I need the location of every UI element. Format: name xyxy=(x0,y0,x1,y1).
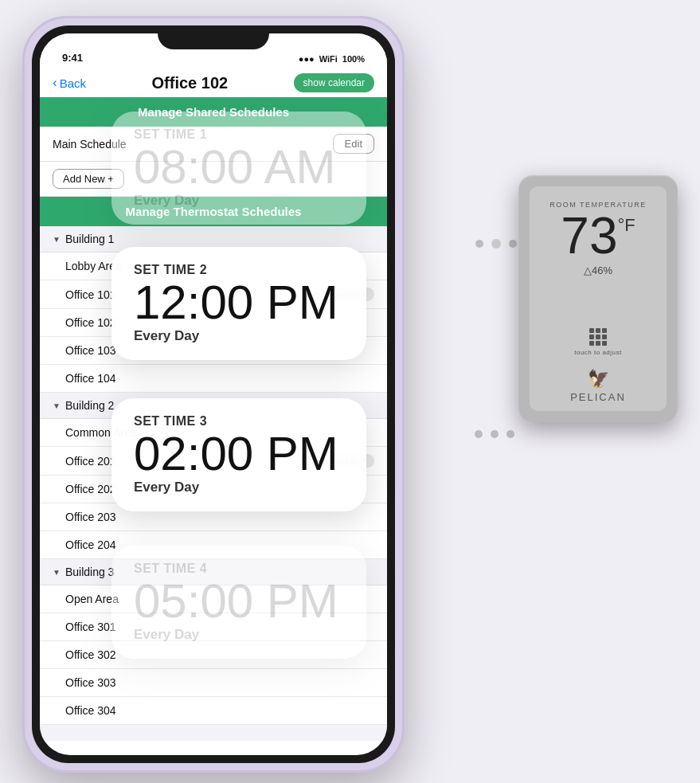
triangle-icon: ▼ xyxy=(53,401,61,410)
triangle-icon: ▼ xyxy=(53,568,61,577)
grid-dot xyxy=(602,335,607,339)
building-1-label: Building 1 xyxy=(65,233,115,245)
status-time: 9:41 xyxy=(62,52,83,64)
building-2-label: Building 2 xyxy=(65,399,115,412)
room-label: Office 302 xyxy=(65,648,116,661)
room-label: Office 303 xyxy=(65,676,116,689)
back-button[interactable]: ‹ Back xyxy=(53,75,86,91)
brand-label: PELICAN xyxy=(570,391,626,403)
temperature-unit: °F xyxy=(617,217,635,234)
dot xyxy=(491,430,499,438)
list-item[interactable]: Office 104 xyxy=(40,365,387,393)
room-label: Office 202 xyxy=(65,483,116,495)
temperature-display: 73 °F xyxy=(561,210,635,261)
room-label: Office 204 xyxy=(65,538,116,551)
room-label: Office 103 xyxy=(65,344,116,357)
room-label: Open Area xyxy=(65,593,119,605)
set-time-4-recurrence: Every Day xyxy=(134,627,344,643)
set-time-4-value: 05:00 PM xyxy=(134,577,344,625)
pelican-bird-icon: 🦅 xyxy=(588,369,609,390)
grid-icon[interactable] xyxy=(589,328,607,346)
dot xyxy=(491,239,501,249)
battery-icon: 100% xyxy=(342,54,365,64)
temperature-value: 73 xyxy=(561,210,617,261)
thermostat-device: ROOM TEMPERATURE 73 °F △46% touch to adj… xyxy=(518,175,678,422)
room-label: Office 301 xyxy=(65,621,116,633)
grid-dot xyxy=(589,335,594,339)
back-label: Back xyxy=(60,76,86,90)
list-item[interactable]: Office 304 xyxy=(40,697,387,725)
thermostat-screen: ROOM TEMPERATURE 73 °F △46% touch to adj… xyxy=(530,186,667,411)
show-calendar-button[interactable]: show calendar xyxy=(294,73,374,92)
wifi-icon: WiFi xyxy=(319,54,338,64)
building-3-label: Building 3 xyxy=(65,566,115,578)
set-time-3-recurrence: Every Day xyxy=(134,480,344,495)
room-label: Office 104 xyxy=(65,372,116,385)
set-time-3-card: SET TIME 3 02:00 PM Every Day xyxy=(111,398,366,511)
grid-dot xyxy=(596,328,600,333)
set-time-1-value: 08:00 AM xyxy=(134,143,344,191)
phone-notch xyxy=(158,25,269,49)
dot xyxy=(475,430,483,438)
set-time-4-card: SET TIME 4 05:00 PM Every Day xyxy=(111,546,366,659)
set-time-2-recurrence: Every Day xyxy=(134,328,344,344)
grid-dot xyxy=(596,335,600,339)
set-time-1-card: SET TIME 1 08:00 AM Every Day xyxy=(111,112,366,225)
dot xyxy=(506,430,514,438)
room-label: Office 102 xyxy=(65,316,116,329)
app-header: ‹ Back Office 102 show calendar xyxy=(40,69,387,97)
grid-dot xyxy=(596,341,600,346)
dot xyxy=(475,240,483,248)
room-label: Office 203 xyxy=(65,511,116,523)
set-time-1-recurrence: Every Day xyxy=(134,193,344,209)
touch-to-adjust-label: touch to adjust xyxy=(574,349,622,356)
signal-icon: ●●● xyxy=(299,54,315,64)
list-item[interactable]: Office 303 xyxy=(40,669,387,697)
room-label: Office 201 xyxy=(65,455,116,468)
room-label: Office 304 xyxy=(65,704,116,717)
set-time-3-value: 02:00 PM xyxy=(134,430,344,478)
grid-dot xyxy=(589,328,594,333)
status-icons: ●●● WiFi 100% xyxy=(299,54,365,64)
grid-dot xyxy=(602,328,607,333)
dots-decoration-top xyxy=(475,239,517,249)
dot xyxy=(509,240,517,248)
dots-decoration-bottom xyxy=(475,430,514,438)
back-arrow-icon: ‹ xyxy=(53,75,57,91)
triangle-icon: ▼ xyxy=(53,235,61,244)
set-time-2-card: SET TIME 2 12:00 PM Every Day xyxy=(111,247,366,360)
set-time-2-value: 12:00 PM xyxy=(134,279,344,327)
humidity-value: △46% xyxy=(584,264,612,276)
page-title: Office 102 xyxy=(152,74,229,92)
room-label: Office 101 xyxy=(65,288,116,301)
grid-dot xyxy=(589,341,594,346)
grid-dot xyxy=(602,341,607,346)
